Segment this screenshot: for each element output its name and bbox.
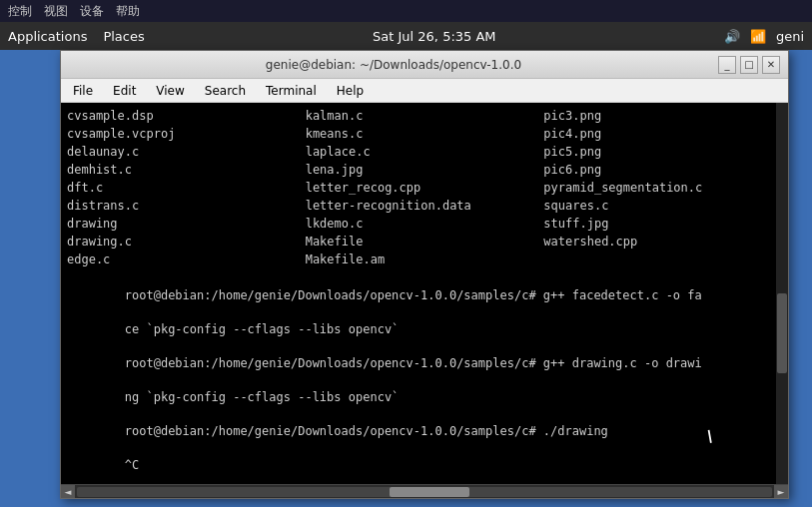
file-item: squares.c <box>543 197 782 215</box>
hscroll-right-btn[interactable]: ► <box>774 485 788 499</box>
close-button[interactable]: ✕ <box>762 56 780 74</box>
hscroll-track[interactable] <box>77 487 772 497</box>
terminal-window: genie@debian: ~/Downloads/opencv-1.0.0 _… <box>60 50 789 499</box>
terminal-vscrollbar[interactable] <box>776 103 788 484</box>
terminal-output: root@debian:/home/genie/Downloads/opencv… <box>67 270 782 484</box>
file-item: edge.c <box>67 251 306 268</box>
speaker-icon[interactable]: 🔊 <box>724 29 740 44</box>
terminal-body[interactable]: cvsample.dsp kalman.c pic3.png cvsample.… <box>61 103 788 484</box>
file-item: Makefile.am <box>306 251 544 268</box>
output-line-3: root@debian:/home/genie/Downloads/opencv… <box>125 356 702 370</box>
hscroll-left-btn[interactable]: ◄ <box>61 485 75 499</box>
gnome-applications[interactable]: Applications <box>8 29 87 44</box>
file-item: distrans.c <box>67 197 306 215</box>
file-item: lena.jpg <box>306 161 544 179</box>
menu-help[interactable]: 帮助 <box>116 3 140 20</box>
vscroll-thumb[interactable] <box>777 293 787 373</box>
output-line-2: ce `pkg-config --cflags --libs opencv` <box>125 322 400 336</box>
terminal-hscrollbar[interactable]: ◄ ► <box>61 484 788 498</box>
maximize-button[interactable]: □ <box>740 56 758 74</box>
file-item: lkdemo.c <box>306 215 544 233</box>
menu-terminal[interactable]: Terminal <box>258 82 325 100</box>
network-icon[interactable]: 📶 <box>750 29 766 44</box>
minimize-button[interactable]: _ <box>718 56 736 74</box>
file-item: Makefile <box>306 233 544 251</box>
gnome-panel-right: 🔊 📶 geni <box>724 29 804 44</box>
titlebar-buttons: _ □ ✕ <box>718 56 780 74</box>
file-item: watershed.cpp <box>543 233 782 251</box>
file-list: cvsample.dsp kalman.c pic3.png cvsample.… <box>67 107 782 268</box>
file-item: drawing <box>67 215 306 233</box>
output-line-4: ng `pkg-config --cflags --libs opencv` <box>125 390 400 404</box>
file-item: pic3.png <box>543 107 782 125</box>
file-item: stuff.jpg <box>543 215 782 233</box>
system-menu-left: 控制 视图 设备 帮助 <box>8 3 140 20</box>
hscroll-thumb[interactable] <box>390 487 469 497</box>
menu-view[interactable]: View <box>148 82 192 100</box>
gnome-datetime: Sat Jul 26, 5:35 AM <box>161 29 708 44</box>
user-icon[interactable]: geni <box>776 29 804 44</box>
file-item: pic6.png <box>543 161 782 179</box>
file-item: kalman.c <box>306 107 544 125</box>
file-item: delaunay.c <box>67 143 306 161</box>
gnome-panel: Applications Places Sat Jul 26, 5:35 AM … <box>0 22 812 50</box>
file-item: cvsample.vcproj <box>67 125 306 143</box>
menu-control[interactable]: 控制 <box>8 3 32 20</box>
file-item: dft.c <box>67 179 306 197</box>
file-item: drawing.c <box>67 233 306 251</box>
file-item: pyramid_segmentation.c <box>543 179 782 197</box>
file-item: letter_recog.cpp <box>306 179 544 197</box>
menu-search[interactable]: Search <box>197 82 254 100</box>
file-item: demhist.c <box>67 161 306 179</box>
file-item: letter-recognition.data <box>306 197 544 215</box>
output-line-1: root@debian:/home/genie/Downloads/opencv… <box>125 288 702 302</box>
terminal-title: genie@debian: ~/Downloads/opencv-1.0.0 <box>69 58 718 72</box>
menu-edit[interactable]: Edit <box>105 82 144 100</box>
file-item: pic4.png <box>543 125 782 143</box>
menu-help[interactable]: Help <box>329 82 372 100</box>
gnome-places[interactable]: Places <box>103 29 144 44</box>
file-item: pic5.png <box>543 143 782 161</box>
menu-view[interactable]: 视图 <box>44 3 68 20</box>
terminal-titlebar: genie@debian: ~/Downloads/opencv-1.0.0 _… <box>61 51 788 79</box>
file-item <box>543 251 782 268</box>
terminal-menubar: File Edit View Search Terminal Help <box>61 79 788 103</box>
menu-file[interactable]: File <box>65 82 101 100</box>
menu-device[interactable]: 设备 <box>80 3 104 20</box>
file-item: kmeans.c <box>306 125 544 143</box>
system-bar: 控制 视图 设备 帮助 <box>0 0 812 22</box>
file-item: cvsample.dsp <box>67 107 306 125</box>
file-item: laplace.c <box>306 143 544 161</box>
output-line-5: root@debian:/home/genie/Downloads/opencv… <box>125 424 608 438</box>
output-line-6: ^C <box>125 458 139 472</box>
